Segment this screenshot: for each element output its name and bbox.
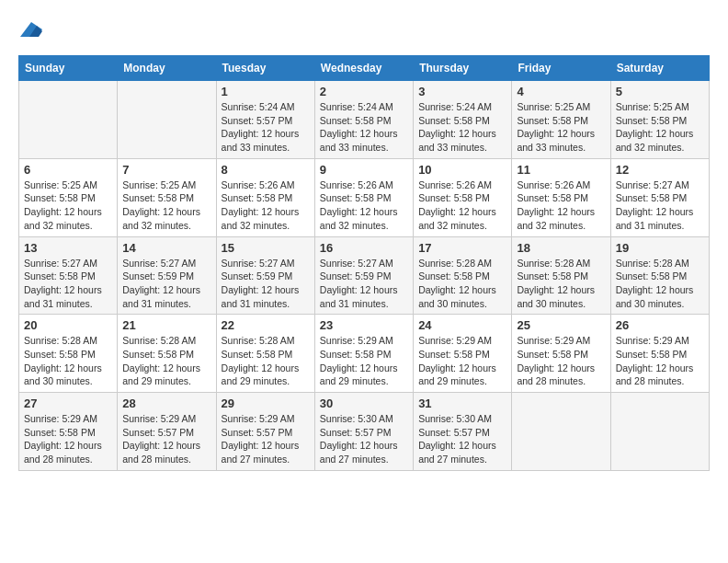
calendar-cell: 8Sunrise: 5:26 AM Sunset: 5:58 PM Daylig…: [216, 158, 314, 236]
weekday-header: Sunday: [19, 56, 118, 81]
day-info: Sunrise: 5:28 AM Sunset: 5:58 PM Dayligh…: [24, 334, 112, 388]
day-number: 21: [122, 318, 210, 332]
day-number: 19: [616, 241, 704, 255]
day-number: 4: [517, 85, 605, 98]
day-number: 14: [122, 241, 210, 255]
calendar-cell: [19, 81, 118, 159]
calendar-cell: 22Sunrise: 5:28 AM Sunset: 5:58 PM Dayli…: [216, 315, 314, 393]
calendar-cell: 10Sunrise: 5:26 AM Sunset: 5:58 PM Dayli…: [414, 158, 512, 236]
weekday-header: Monday: [118, 56, 216, 81]
day-number: 30: [320, 396, 408, 410]
day-number: 6: [24, 163, 112, 177]
logo-text: [18, 18, 42, 40]
day-info: Sunrise: 5:28 AM Sunset: 5:58 PM Dayligh…: [616, 257, 704, 311]
day-info: Sunrise: 5:29 AM Sunset: 5:58 PM Dayligh…: [616, 334, 704, 388]
day-info: Sunrise: 5:29 AM Sunset: 5:57 PM Dayligh…: [122, 412, 210, 466]
day-info: Sunrise: 5:29 AM Sunset: 5:58 PM Dayligh…: [24, 412, 112, 466]
calendar-cell: [118, 81, 216, 159]
calendar-cell: 31Sunrise: 5:30 AM Sunset: 5:57 PM Dayli…: [414, 393, 512, 471]
day-info: Sunrise: 5:28 AM Sunset: 5:58 PM Dayligh…: [222, 334, 310, 388]
day-info: Sunrise: 5:25 AM Sunset: 5:58 PM Dayligh…: [24, 178, 112, 233]
calendar-cell: 13Sunrise: 5:27 AM Sunset: 5:58 PM Dayli…: [19, 236, 118, 315]
calendar-cell: 5Sunrise: 5:25 AM Sunset: 5:58 PM Daylig…: [610, 81, 709, 159]
weekday-header: Wednesday: [314, 56, 413, 81]
calendar-cell: 2Sunrise: 5:24 AM Sunset: 5:58 PM Daylig…: [314, 81, 413, 159]
day-info: Sunrise: 5:28 AM Sunset: 5:58 PM Dayligh…: [418, 257, 506, 311]
calendar-cell: 12Sunrise: 5:27 AM Sunset: 5:58 PM Dayli…: [610, 158, 709, 236]
day-info: Sunrise: 5:29 AM Sunset: 5:58 PM Dayligh…: [517, 334, 605, 388]
calendar-cell: 4Sunrise: 5:25 AM Sunset: 5:58 PM Daylig…: [512, 81, 610, 159]
day-info: Sunrise: 5:27 AM Sunset: 5:58 PM Dayligh…: [616, 178, 704, 233]
day-info: Sunrise: 5:26 AM Sunset: 5:58 PM Dayligh…: [418, 178, 506, 233]
day-number: 23: [320, 318, 408, 332]
day-info: Sunrise: 5:28 AM Sunset: 5:58 PM Dayligh…: [122, 334, 210, 388]
day-number: 7: [122, 163, 210, 177]
calendar-cell: 29Sunrise: 5:29 AM Sunset: 5:57 PM Dayli…: [216, 393, 314, 471]
day-number: 17: [418, 241, 506, 255]
calendar-cell: 25Sunrise: 5:29 AM Sunset: 5:58 PM Dayli…: [512, 315, 610, 393]
day-number: 22: [222, 318, 310, 332]
day-number: 24: [418, 318, 506, 332]
day-number: 15: [222, 241, 310, 255]
calendar-cell: 21Sunrise: 5:28 AM Sunset: 5:58 PM Dayli…: [118, 315, 216, 393]
day-number: 20: [24, 318, 112, 332]
calendar-cell: 14Sunrise: 5:27 AM Sunset: 5:59 PM Dayli…: [118, 236, 216, 315]
day-info: Sunrise: 5:26 AM Sunset: 5:58 PM Dayligh…: [320, 178, 408, 233]
calendar-cell: 1Sunrise: 5:24 AM Sunset: 5:57 PM Daylig…: [216, 81, 314, 159]
day-number: 26: [616, 318, 704, 332]
day-info: Sunrise: 5:24 AM Sunset: 5:57 PM Dayligh…: [222, 100, 310, 155]
day-number: 28: [122, 396, 210, 410]
calendar-cell: 17Sunrise: 5:28 AM Sunset: 5:58 PM Dayli…: [414, 236, 512, 315]
day-number: 16: [320, 241, 408, 255]
day-number: 18: [517, 241, 605, 255]
day-info: Sunrise: 5:26 AM Sunset: 5:58 PM Dayligh…: [517, 178, 605, 233]
calendar-cell: 24Sunrise: 5:29 AM Sunset: 5:58 PM Dayli…: [414, 315, 512, 393]
day-info: Sunrise: 5:27 AM Sunset: 5:59 PM Dayligh…: [320, 257, 408, 311]
day-info: Sunrise: 5:29 AM Sunset: 5:58 PM Dayligh…: [418, 334, 506, 388]
day-info: Sunrise: 5:26 AM Sunset: 5:58 PM Dayligh…: [222, 178, 310, 233]
calendar-cell: 26Sunrise: 5:29 AM Sunset: 5:58 PM Dayli…: [610, 315, 709, 393]
calendar-cell: 11Sunrise: 5:26 AM Sunset: 5:58 PM Dayli…: [512, 158, 610, 236]
calendar-cell: 15Sunrise: 5:27 AM Sunset: 5:59 PM Dayli…: [216, 236, 314, 315]
calendar-table: SundayMondayTuesdayWednesdayThursdayFrid…: [18, 55, 710, 471]
day-number: 9: [320, 163, 408, 177]
calendar-cell: [610, 393, 709, 471]
day-number: 25: [517, 318, 605, 332]
calendar-cell: 19Sunrise: 5:28 AM Sunset: 5:58 PM Dayli…: [610, 236, 709, 315]
day-info: Sunrise: 5:25 AM Sunset: 5:58 PM Dayligh…: [616, 100, 704, 155]
calendar-cell: 30Sunrise: 5:30 AM Sunset: 5:57 PM Dayli…: [314, 393, 413, 471]
calendar-cell: 27Sunrise: 5:29 AM Sunset: 5:58 PM Dayli…: [19, 393, 118, 471]
calendar-cell: 7Sunrise: 5:25 AM Sunset: 5:58 PM Daylig…: [118, 158, 216, 236]
day-info: Sunrise: 5:27 AM Sunset: 5:58 PM Dayligh…: [24, 257, 112, 311]
day-number: 2: [320, 85, 408, 98]
weekday-header: Friday: [512, 56, 610, 81]
calendar-cell: 6Sunrise: 5:25 AM Sunset: 5:58 PM Daylig…: [19, 158, 118, 236]
weekday-header: Thursday: [414, 56, 512, 81]
calendar-cell: 18Sunrise: 5:28 AM Sunset: 5:58 PM Dayli…: [512, 236, 610, 315]
day-info: Sunrise: 5:28 AM Sunset: 5:58 PM Dayligh…: [517, 257, 605, 311]
weekday-header: Tuesday: [216, 56, 314, 81]
calendar-cell: 20Sunrise: 5:28 AM Sunset: 5:58 PM Dayli…: [19, 315, 118, 393]
day-number: 13: [24, 241, 112, 255]
weekday-header: Saturday: [610, 56, 709, 81]
day-info: Sunrise: 5:27 AM Sunset: 5:59 PM Dayligh…: [222, 257, 310, 311]
day-info: Sunrise: 5:25 AM Sunset: 5:58 PM Dayligh…: [122, 178, 210, 233]
day-number: 5: [616, 85, 704, 98]
calendar-cell: 16Sunrise: 5:27 AM Sunset: 5:59 PM Dayli…: [314, 236, 413, 315]
calendar-cell: 3Sunrise: 5:24 AM Sunset: 5:58 PM Daylig…: [414, 81, 512, 159]
day-number: 12: [616, 163, 704, 177]
logo: [18, 18, 42, 40]
day-info: Sunrise: 5:30 AM Sunset: 5:57 PM Dayligh…: [320, 412, 408, 466]
day-info: Sunrise: 5:24 AM Sunset: 5:58 PM Dayligh…: [418, 100, 506, 155]
day-info: Sunrise: 5:29 AM Sunset: 5:57 PM Dayligh…: [222, 412, 310, 466]
day-number: 10: [418, 163, 506, 177]
day-info: Sunrise: 5:29 AM Sunset: 5:58 PM Dayligh…: [320, 334, 408, 388]
day-info: Sunrise: 5:30 AM Sunset: 5:57 PM Dayligh…: [418, 412, 506, 466]
day-info: Sunrise: 5:27 AM Sunset: 5:59 PM Dayligh…: [122, 257, 210, 311]
day-number: 27: [24, 396, 112, 410]
day-number: 1: [222, 85, 310, 98]
day-number: 11: [517, 163, 605, 177]
day-info: Sunrise: 5:24 AM Sunset: 5:58 PM Dayligh…: [320, 100, 408, 155]
day-number: 31: [418, 396, 506, 410]
day-number: 8: [222, 163, 310, 177]
